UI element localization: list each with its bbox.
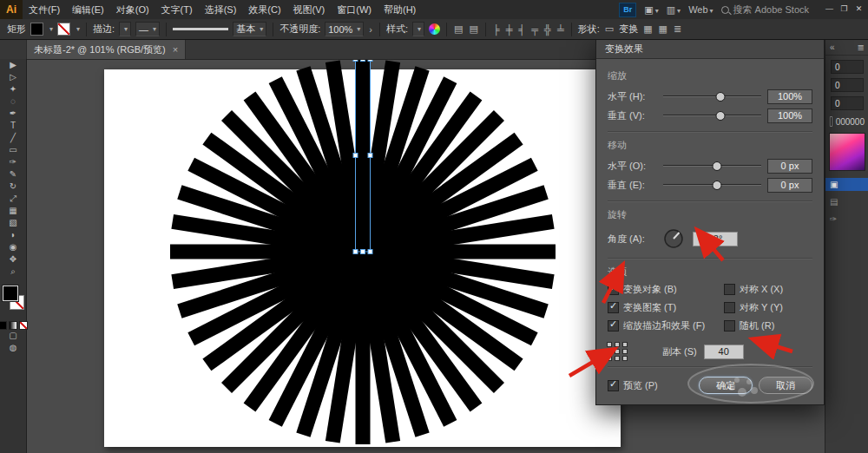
panel-row[interactable]: ▤ (825, 195, 868, 208)
move-horizontal-value[interactable]: 0 px (767, 159, 812, 174)
rotate-dial[interactable] (663, 228, 684, 249)
minimize-button[interactable]: — (822, 3, 837, 16)
align-top-icon[interactable]: ╤ (530, 24, 539, 35)
fill-swatch[interactable] (3, 286, 18, 301)
brush-definition-select[interactable]: 基本▾ (233, 22, 266, 36)
stroke-weight-select[interactable]: ▾ (119, 22, 131, 36)
chevron-down-icon[interactable]: ▾ (49, 25, 53, 33)
checkbox-box[interactable] (724, 320, 735, 332)
checkbox-reflect-y[interactable]: 对称 Y (Y) (724, 301, 783, 314)
menu-object[interactable]: 对象(O) (110, 0, 155, 19)
slider-thumb[interactable] (715, 92, 725, 102)
checkbox-box[interactable] (608, 380, 619, 391)
tab-close-icon[interactable]: × (173, 44, 178, 55)
menu-effect[interactable]: 效果(C) (242, 0, 286, 19)
fill-color-swatch[interactable] (30, 23, 43, 36)
preferences-icon[interactable]: ▤ (469, 23, 479, 35)
checkbox-box[interactable] (608, 320, 619, 332)
scale-horizontal-slider[interactable] (663, 91, 761, 102)
menu-file[interactable]: 文件(F) (23, 0, 66, 19)
align-center-icon[interactable]: ╪ (505, 24, 514, 35)
variable-width-select[interactable]: —▾ (135, 22, 160, 36)
scale-tool[interactable]: ⤢ (0, 193, 26, 205)
close-button[interactable]: ✕ (852, 3, 866, 16)
shape-icon[interactable]: ▭ (604, 23, 615, 35)
bridge-icon[interactable]: Br (619, 3, 636, 17)
layout-icon[interactable]: ▣▾ (644, 4, 658, 16)
menu-view[interactable]: 视图(V) (287, 0, 332, 19)
draw-mode-button[interactable]: ▢ (0, 330, 26, 342)
arrange-documents-icon[interactable]: ▥▾ (667, 4, 681, 16)
checkbox-box[interactable] (608, 302, 619, 313)
checkbox-box[interactable] (608, 284, 619, 295)
line-segment-tool[interactable]: ╱ (0, 132, 26, 144)
checkbox-scale-strokes-effects[interactable]: 缩放描边和效果 (F) (608, 319, 724, 332)
slider-thumb[interactable] (715, 111, 725, 121)
checkbox-box[interactable] (724, 284, 735, 295)
collapse-panels-icon[interactable]: « (830, 43, 835, 52)
stroke-color-swatch[interactable] (57, 23, 70, 36)
direct-selection-tool[interactable]: ▷ (0, 71, 26, 83)
maximize-button[interactable]: ❐ (837, 3, 852, 16)
isolate-icon[interactable]: ▦ (658, 23, 668, 35)
menu-select[interactable]: 选择(S) (199, 0, 243, 19)
scale-horizontal-value[interactable]: 100% (767, 89, 812, 104)
magic-wand-tool[interactable]: ✦ (0, 83, 26, 95)
pen-tool[interactable]: ✒ (0, 108, 26, 120)
slider-thumb[interactable] (713, 161, 722, 171)
align-right-icon[interactable]: ╡ (518, 24, 527, 35)
color-spectrum-strip[interactable] (829, 133, 865, 171)
transform-panel-icon[interactable]: ▦ (642, 23, 653, 35)
checkbox-reflect-x[interactable]: 对称 X (X) (724, 283, 783, 296)
color-swatch[interactable] (830, 116, 832, 127)
copies-value[interactable]: 40 (704, 345, 744, 359)
transform-y-field[interactable]: 0 (831, 78, 864, 92)
panel-menu-icon[interactable]: ≣ (858, 43, 865, 52)
blend-tool[interactable]: ◉ (0, 241, 26, 253)
move-vertical-slider[interactable] (663, 180, 761, 190)
selection-tool[interactable]: ▶ (0, 59, 26, 71)
rotate-angle-value[interactable]: 63° (693, 232, 738, 246)
cancel-button[interactable]: 取消 (759, 377, 812, 394)
checkbox-transform-patterns[interactable]: 变换图案 (T) (608, 301, 724, 314)
opacity-select[interactable]: 100%▾ (325, 22, 364, 36)
move-vertical-value[interactable]: 0 px (767, 178, 812, 193)
align-bottom-icon[interactable]: ╧ (556, 24, 565, 35)
slider-thumb[interactable] (713, 181, 722, 190)
stock-search[interactable]: 搜索 Adobe Stock (721, 3, 809, 16)
screen-mode-button[interactable]: ◍ (0, 342, 26, 354)
move-horizontal-slider[interactable] (663, 161, 761, 171)
rectangle-tool[interactable]: ▭ (0, 144, 26, 156)
menu-help[interactable]: 帮助(H) (378, 0, 422, 19)
dialog-title-bar[interactable]: 变换效果 (596, 39, 824, 59)
none-mode-button[interactable] (19, 321, 28, 330)
paintbrush-tool[interactable]: ✑ (0, 156, 26, 168)
ok-button[interactable]: 确定 (699, 377, 753, 394)
reference-point-locator[interactable] (608, 343, 628, 360)
panel-row[interactable]: ✑ (825, 213, 868, 226)
recolor-artwork-icon[interactable] (429, 23, 440, 35)
transform-w-field[interactable]: 0 (831, 96, 864, 110)
lasso-tool[interactable]: ◌ (0, 95, 26, 108)
menu-window[interactable]: 窗口(W) (331, 0, 378, 19)
checkbox-transform-objects[interactable]: 变换对象 (B) (608, 283, 724, 296)
type-tool[interactable]: T (0, 120, 26, 132)
pencil-tool[interactable]: ✎ (0, 168, 26, 181)
zoom-tool[interactable]: ⌕ (0, 266, 26, 278)
workspace-switcher[interactable]: Web▾ (688, 4, 713, 15)
chevron-right-icon[interactable]: › (368, 24, 373, 35)
style-select[interactable]: ▾ (412, 22, 424, 36)
align-left-icon[interactable]: ╞ (492, 24, 501, 35)
chevron-down-icon[interactable]: ▾ (76, 25, 80, 33)
gradient-mode-button[interactable] (9, 321, 17, 330)
mesh-tool[interactable]: ▦ (0, 205, 26, 217)
align-middle-icon[interactable]: ╬ (543, 24, 552, 35)
rotate-tool[interactable]: ↻ (0, 181, 26, 193)
scale-vertical-value[interactable]: 100% (767, 108, 812, 123)
menu-type[interactable]: 文字(T) (155, 0, 199, 19)
checkbox-box[interactable] (724, 302, 735, 313)
scale-vertical-slider[interactable] (663, 110, 761, 121)
panel-menu-icon[interactable]: ≣ (673, 23, 682, 35)
hand-tool[interactable]: ✥ (0, 253, 26, 266)
menu-edit[interactable]: 编辑(E) (66, 0, 110, 19)
